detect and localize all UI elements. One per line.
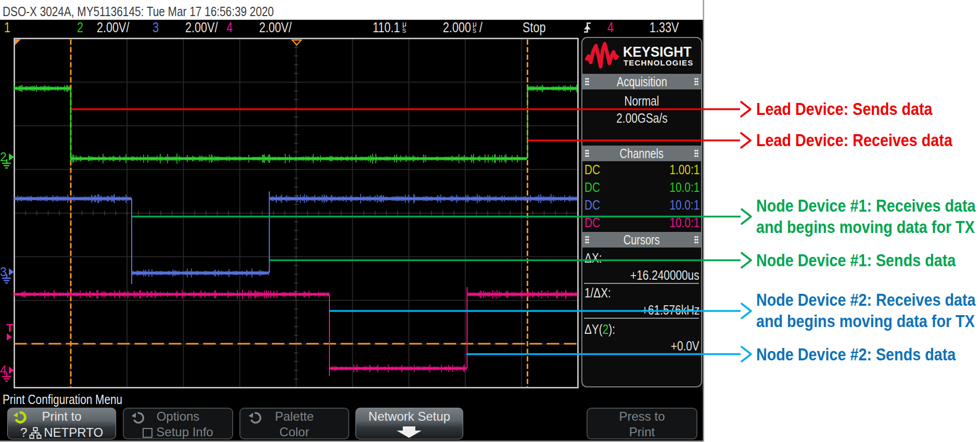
svg-text:T: T — [6, 321, 14, 334]
svg-text:2: 2 — [0, 150, 7, 164]
svg-text:4: 4 — [0, 363, 7, 377]
svg-text:3: 3 — [0, 265, 7, 279]
